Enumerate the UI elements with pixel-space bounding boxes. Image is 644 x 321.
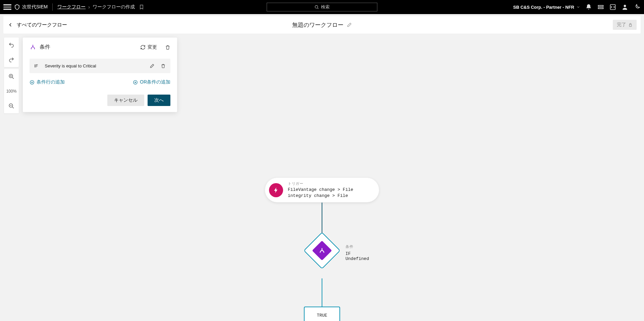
chevron-right-icon: › <box>88 4 90 10</box>
condition-small-label: 条件 <box>345 244 369 249</box>
theme-moon-icon[interactable] <box>633 3 641 11</box>
trigger-desc: FileVantage change > File integrity chan… <box>288 187 373 199</box>
trigger-text: トリガー FileVantage change > File integrity… <box>288 181 373 199</box>
lightning-icon <box>269 183 283 197</box>
finish-label: 完了 <box>617 22 626 28</box>
org-name: SB C&S Corp. - Partner - NFR <box>513 5 574 10</box>
back-to-workflows[interactable]: すべてのワークフロー <box>7 22 67 28</box>
pencil-icon[interactable] <box>347 22 352 28</box>
panel-footer: キャンセル 次へ <box>30 95 170 106</box>
org-switcher[interactable]: SB C&S Corp. - Partner - NFR <box>513 5 580 10</box>
app-name: 次世代SIEM <box>22 4 48 10</box>
svg-point-4 <box>624 5 626 7</box>
search-placeholder: 検索 <box>321 4 330 10</box>
finish-button: 完了 <box>613 20 637 30</box>
add-condition-row-link[interactable]: 条件行の追加 <box>30 79 65 85</box>
canvas[interactable]: 100% 条件 変更 IF Severity is equal to Criti… <box>0 34 644 321</box>
bookmark-icon[interactable] <box>139 4 144 10</box>
user-icon[interactable] <box>621 3 629 11</box>
if-label: IF <box>34 63 38 68</box>
add-or-label: OR条件の追加 <box>140 79 170 85</box>
panel-title: 条件 <box>40 44 137 51</box>
breadcrumb-current: ワークフローの作成 <box>93 4 135 10</box>
breadcrumb-workflow-link[interactable]: ワークフロー <box>57 4 86 10</box>
cancel-button[interactable]: キャンセル <box>107 95 144 106</box>
condition-node[interactable] <box>309 237 335 264</box>
change-label: 変更 <box>148 44 157 50</box>
row-actions <box>150 63 166 68</box>
add-condition-label: 条件行の追加 <box>37 79 65 85</box>
condition-if-text: IF Undefined <box>345 251 369 261</box>
divider <box>52 3 53 11</box>
redo-button[interactable] <box>4 52 19 67</box>
workflow-title-wrap: 無題のワークフロー <box>292 21 352 29</box>
add-links-row: 条件行の追加 OR条件の追加 <box>30 79 170 85</box>
condition-node-label: 条件 IF Undefined <box>345 244 369 261</box>
svg-rect-5 <box>629 24 632 26</box>
svg-rect-2 <box>598 8 603 9</box>
messages-icon[interactable] <box>597 3 604 11</box>
edit-row-pencil-icon[interactable] <box>150 63 155 68</box>
delete-row-trash-icon[interactable] <box>161 63 166 68</box>
svg-point-0 <box>315 5 318 8</box>
add-or-condition-link[interactable]: OR条件の追加 <box>133 79 170 85</box>
bell-icon[interactable] <box>585 3 592 11</box>
change-button[interactable]: 変更 <box>140 44 157 50</box>
canvas-toolbox: 100% <box>4 38 19 113</box>
zoom-in-button[interactable] <box>4 69 19 84</box>
trigger-label: トリガー <box>288 181 373 186</box>
breadcrumb: ワークフロー › ワークフローの作成 <box>57 4 135 10</box>
condition-expression: Severity is equal to Critical <box>45 63 143 68</box>
svg-rect-1 <box>598 5 603 6</box>
back-label: すべてのワークフロー <box>17 22 67 28</box>
app-logo[interactable]: 次世代SIEM <box>14 4 48 10</box>
panel-header: 条件 変更 <box>30 44 170 51</box>
true-branch-node[interactable]: TRUE <box>304 307 340 321</box>
top-header: 次世代SIEM ワークフロー › ワークフローの作成 検索 SB C&S Cor… <box>0 0 644 14</box>
condition-row: IF Severity is equal to Critical <box>30 59 170 73</box>
condition-icon <box>30 44 36 51</box>
trash-icon[interactable] <box>165 45 170 50</box>
next-button[interactable]: 次へ <box>148 95 170 106</box>
zoom-out-button[interactable] <box>4 99 19 113</box>
workflow-title: 無題のワークフロー <box>292 21 343 29</box>
undo-button[interactable] <box>4 38 19 52</box>
header-right-cluster: SB C&S Corp. - Partner - NFR <box>513 3 641 11</box>
condition-panel: 条件 変更 IF Severity is equal to Critical <box>23 38 177 112</box>
code-icon[interactable] <box>609 3 616 11</box>
global-search[interactable]: 検索 <box>267 3 377 11</box>
menu-hamburger-icon[interactable] <box>3 3 11 11</box>
connector-line <box>322 278 322 307</box>
trigger-node[interactable]: トリガー FileVantage change > File integrity… <box>265 178 379 202</box>
sub-header: すべてのワークフロー 無題のワークフロー 完了 <box>3 16 641 34</box>
zoom-level[interactable]: 100% <box>4 84 19 99</box>
